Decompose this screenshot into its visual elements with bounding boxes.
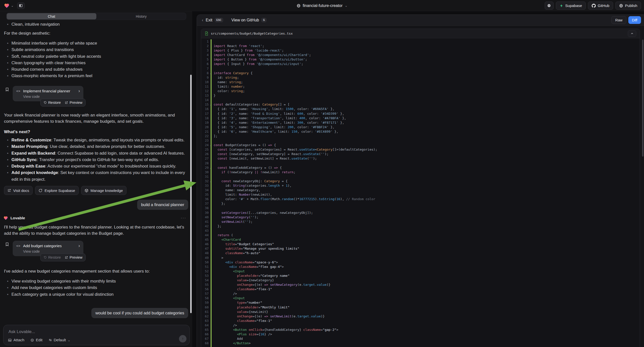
- collapse-file-button[interactable]: [628, 30, 636, 37]
- suggestion-buttons-row: Visit docs Explore Supabase Manage knowl…: [4, 186, 126, 195]
- fold-chevron-icon[interactable]: ⌄: [210, 102, 211, 107]
- version-card-implement-financial-planner[interactable]: <> Implement financial planner › View co…: [13, 86, 84, 101]
- chevron-down-icon[interactable]: ⌄: [11, 4, 14, 8]
- box-icon: [85, 189, 88, 192]
- external-link-icon: [65, 256, 68, 259]
- project-switcher[interactable]: financial-future-creator ⌄: [296, 0, 348, 11]
- chat-history-tabs: Chat History: [6, 13, 186, 20]
- list-item: Add new budget categories with custom li…: [4, 284, 182, 291]
- mode-selector[interactable]: Default ⌄: [48, 338, 70, 342]
- code-line: 28: [201, 161, 640, 166]
- code-line: 45 <ChartCard: [201, 238, 640, 242]
- tab-history[interactable]: History: [96, 13, 186, 20]
- chat-scrollbar[interactable]: [190, 75, 192, 313]
- list-item: View existing budget categories with the…: [4, 278, 182, 284]
- restore-icon: [44, 256, 47, 259]
- code-line: 56 className="flex-1": [201, 287, 640, 292]
- list-item: Rounded corners and subtle shadows: [4, 66, 182, 73]
- code-editor[interactable]: 12import React from 'react';3import { Pl…: [201, 38, 640, 347]
- code-line: 30 if (!newCategory || !newLimit) return…: [201, 170, 640, 174]
- fold-chevron-icon[interactable]: ⌄: [210, 143, 211, 148]
- preview-button[interactable]: Preview: [65, 100, 82, 104]
- fold-chevron-icon[interactable]: ⌄: [210, 71, 211, 76]
- external-link-icon: [65, 101, 68, 104]
- manage-knowledge-button[interactable]: Manage knowledge: [81, 186, 126, 195]
- raw-toggle-button[interactable]: Raw: [612, 16, 626, 24]
- list-item: Each category gets a unique color for vi…: [4, 291, 182, 298]
- settings-button[interactable]: [545, 2, 554, 10]
- version-card-title: Add budget categories: [23, 244, 62, 248]
- lovable-heart-icon: [4, 216, 8, 220]
- file-header[interactable]: src/components/budget/BudgetCategories.t…: [201, 29, 640, 38]
- esc-key-badge: ESC: [215, 18, 223, 22]
- visit-docs-button[interactable]: Visit docs: [4, 186, 32, 195]
- list-item: Expand with Backend: Connect Supabase to…: [4, 150, 188, 156]
- code-line: 24⌄const BudgetCategories = () => {: [201, 143, 640, 147]
- assistant-text: Your sleek financial planner is now read…: [4, 112, 182, 124]
- restore-button[interactable]: Restore: [44, 256, 61, 260]
- github-button[interactable]: GitHub: [588, 2, 613, 10]
- supabase-button[interactable]: Supabase: [556, 2, 586, 10]
- preview-button[interactable]: Preview: [65, 256, 82, 260]
- code-line: 11 limit: number;: [201, 84, 640, 89]
- code-line: 67 Add: [201, 336, 640, 341]
- code-line: 46 title="Budget Categories": [201, 242, 640, 246]
- code-line: 27 const [newLimit, setNewLimit] = React…: [201, 156, 640, 161]
- restore-button[interactable]: Restore: [44, 100, 61, 104]
- message-menu-button[interactable]: ···: [181, 216, 186, 220]
- lovable-logo-heart-icon[interactable]: [4, 3, 10, 8]
- code-line: 14: [201, 98, 640, 102]
- supabase-icon: [560, 4, 563, 8]
- list-item: Glass-morphic elements for a premium fee…: [4, 73, 182, 79]
- code-line: 4import ChartCard from '@/components/ui/…: [201, 53, 640, 57]
- publish-button[interactable]: Publish: [615, 2, 641, 10]
- list-item: Add project knowledge: Set key context o…: [4, 170, 188, 183]
- fold-chevron-icon[interactable]: ⌄: [210, 166, 211, 170]
- diff-toggle-button[interactable]: Diff: [628, 16, 641, 24]
- code-line: 66 <Plus size={16} />: [201, 332, 640, 336]
- code-line: 15⌄const defaultCategories: Category[] =…: [201, 102, 640, 107]
- code-line: 20 { id: '5', name: 'Shopping', limit: 2…: [201, 125, 640, 130]
- code-line: 54 value={newCategory}: [201, 278, 640, 282]
- view-code-link[interactable]: View code: [23, 94, 80, 98]
- view-on-github-link[interactable]: View on GitHub: [232, 18, 259, 22]
- chevron-down-icon: ⌄: [345, 4, 348, 8]
- code-line: 6import { Input } from '@/components/ui/…: [201, 62, 640, 66]
- fold-chevron-icon[interactable]: ⌄: [210, 179, 211, 184]
- bookmark-icon[interactable]: [5, 87, 9, 92]
- edit-button[interactable]: Edit: [30, 338, 42, 342]
- code-line: 59 type="number": [201, 300, 640, 305]
- code-line: 34 name: newCategory,: [201, 188, 640, 192]
- code-line: 49 >: [201, 256, 640, 260]
- top-bar: ⌄ financial-future-creator ⌄ Supabase: [0, 0, 644, 11]
- code-line: 55 onChange={(e) => setNewCategory(e.tar…: [201, 282, 640, 287]
- send-button[interactable]: ↑: [179, 335, 186, 342]
- code-scrollbar[interactable]: [642, 40, 644, 156]
- code-line: 29⌄ const handleAddCategory = () => {: [201, 166, 640, 170]
- sidebar-toggle-button[interactable]: [17, 2, 25, 9]
- code-line: 1: [201, 39, 640, 44]
- version-card-title: Implement financial planner: [23, 89, 70, 93]
- external-link-icon: [8, 189, 11, 192]
- list-item: Debug with Ease: Activate our experiment…: [4, 163, 188, 170]
- g-key-badge: G: [262, 18, 266, 22]
- tab-chat[interactable]: Chat: [7, 13, 96, 20]
- code-line: 8⌄interface Category {: [201, 71, 640, 76]
- explore-supabase-button[interactable]: Explore Supabase: [35, 186, 79, 195]
- bookmark-icon[interactable]: [5, 242, 9, 246]
- attach-button[interactable]: Attach: [8, 338, 24, 342]
- design-bullet-list: Minimalist interface with plenty of whit…: [4, 40, 182, 80]
- prompt-input-box[interactable]: Ask Lovable... Attach Edit: [3, 325, 190, 345]
- code-icon: <>: [16, 89, 21, 93]
- restore-icon: [44, 101, 47, 104]
- project-name: financial-future-creator: [303, 4, 342, 8]
- exit-button[interactable]: Exit: [206, 18, 212, 22]
- version-card-add-budget-categories[interactable]: <> Add budget categories › View code Res…: [13, 241, 84, 256]
- chevron-right-icon: ›: [78, 243, 80, 248]
- code-line: 68 </Button>: [201, 341, 640, 346]
- sliders-icon: [48, 338, 52, 342]
- code-line: 63 className="flex-1": [201, 318, 640, 323]
- view-code-link[interactable]: View code: [23, 250, 80, 254]
- code-line: 33 id: String(categories.length + 1),: [201, 184, 640, 188]
- assistant-text: I'll help you add budget categories to t…: [4, 224, 188, 236]
